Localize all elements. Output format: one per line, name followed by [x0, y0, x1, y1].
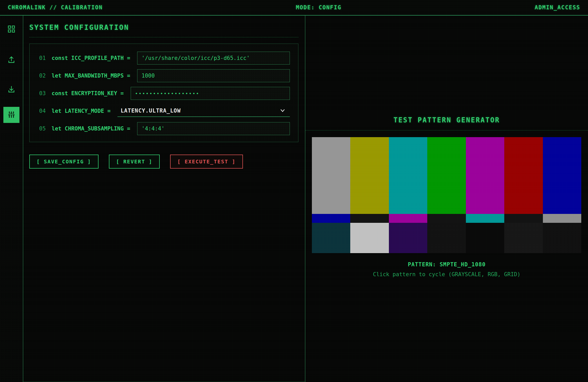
app-title: CHROMALINK // CALIBRATION: [8, 4, 103, 11]
smpte-bar-yellow: [350, 137, 389, 214]
config-row-chroma-subsampling: 05 let CHROMA_SUBSAMPLING =: [39, 122, 290, 135]
line-number: 02: [39, 73, 52, 79]
declaration-label: const ICC_PROFILE_PATH =: [52, 55, 134, 61]
smpte-mid-cyan: [466, 214, 504, 223]
main-layout: SYSTEM CONFIGURATION 01 const ICC_PROFIL…: [0, 16, 588, 382]
smpte-bar-red: [504, 137, 543, 214]
chroma-subsampling-input[interactable]: [137, 122, 290, 135]
execute-test-button[interactable]: [ EXECUTE_TEST ]: [170, 155, 243, 169]
smpte-top-row: [312, 137, 581, 214]
declaration-label: let LATENCY_MODE =: [52, 108, 114, 114]
test-pattern-panel: TEST PATTERN GENERATOR: [305, 16, 588, 382]
smpte-bar-magenta: [466, 137, 504, 214]
sidebar-item-calibration[interactable]: [3, 107, 19, 123]
config-row-icc-profile: 01 const ICC_PROFILE_PATH =: [39, 52, 290, 65]
smpte-castellation-row: [312, 214, 581, 223]
sidebar-item-download[interactable]: [3, 81, 19, 98]
config-panel: SYSTEM CONFIGURATION 01 const ICC_PROFIL…: [23, 16, 305, 382]
icc-profile-path-input[interactable]: [137, 52, 290, 65]
mode-indicator: MODE: CONFIG: [296, 4, 341, 11]
save-config-button[interactable]: [ SAVE_CONFIG ]: [29, 155, 99, 169]
smpte-mid-black: [427, 214, 466, 223]
action-buttons: [ SAVE_CONFIG ] [ REVERT ] [ EXECUTE_TES…: [29, 155, 298, 169]
grid-icon: [7, 25, 16, 34]
latency-mode-select[interactable]: LATENCY.ULTRA_LOW: [117, 105, 290, 117]
smpte-pluge-row: [312, 223, 581, 253]
smpte-mid-black: [504, 214, 543, 223]
config-row-encryption-key: 03 const ENCRYPTION_KEY =: [39, 87, 290, 100]
smpte-bot-white: [350, 223, 389, 253]
line-number: 01: [39, 55, 52, 61]
smpte-mid-gray: [543, 214, 581, 223]
sliders-icon: [7, 110, 16, 120]
page-title: SYSTEM CONFIGURATION: [29, 23, 298, 31]
divider-dashed: [29, 37, 298, 37]
config-code-box: 01 const ICC_PROFILE_PATH = 02 let MAX_B…: [29, 44, 298, 142]
declaration-label: let MAX_BANDWIDTH_MBPS =: [52, 73, 134, 79]
line-number: 04: [39, 108, 52, 114]
smpte-bot-inphase: [312, 223, 350, 253]
selected-option: LATENCY.ULTRA_LOW: [117, 108, 181, 114]
smpte-bot-pluge-dark: [466, 223, 504, 253]
smpte-mid-blue: [312, 214, 350, 223]
sidebar-item-dashboard[interactable]: [3, 21, 19, 37]
declaration-label: let CHROMA_SUBSAMPLING =: [52, 126, 134, 132]
access-badge: ADMIN_ACCESS: [535, 4, 580, 11]
config-row-latency-mode: 04 let LATENCY_MODE = LATENCY.ULTRA_LOW: [39, 105, 290, 117]
smpte-mid-black: [350, 214, 389, 223]
config-row-bandwidth: 02 let MAX_BANDWIDTH_MBPS =: [39, 69, 290, 82]
smpte-test-pattern[interactable]: [312, 137, 581, 253]
smpte-bot-pluge-light: [504, 223, 543, 253]
line-number: 05: [39, 126, 52, 132]
generator-title: TEST PATTERN GENERATOR: [305, 116, 588, 124]
encryption-key-input[interactable]: [131, 87, 290, 100]
smpte-bar-green: [427, 137, 466, 214]
download-icon: [7, 85, 16, 94]
max-bandwidth-input[interactable]: [137, 69, 290, 82]
icon-sidebar: [0, 16, 23, 382]
smpte-bot-black: [543, 223, 581, 253]
divider-dashed: [305, 130, 588, 130]
smpte-bar-gray: [312, 137, 350, 214]
smpte-mid-magenta: [389, 214, 427, 223]
upload-icon: [7, 55, 16, 65]
smpte-bot-quadrature: [389, 223, 427, 253]
declaration-label: const ENCRYPTION_KEY =: [52, 90, 127, 96]
pattern-cycle-hint: Click pattern to cycle (GRAYSCALE, RGB, …: [312, 271, 582, 277]
smpte-bot-black: [427, 223, 466, 253]
pattern-label: PATTERN: SMPTE_HD_1080: [312, 261, 582, 268]
sidebar-item-upload[interactable]: [3, 52, 19, 68]
revert-button[interactable]: [ REVERT ]: [109, 155, 160, 169]
top-bar: CHROMALINK // CALIBRATION MODE: CONFIG A…: [0, 0, 588, 16]
line-number: 03: [39, 90, 52, 96]
smpte-bar-blue: [543, 137, 581, 214]
smpte-bar-cyan: [389, 137, 427, 214]
